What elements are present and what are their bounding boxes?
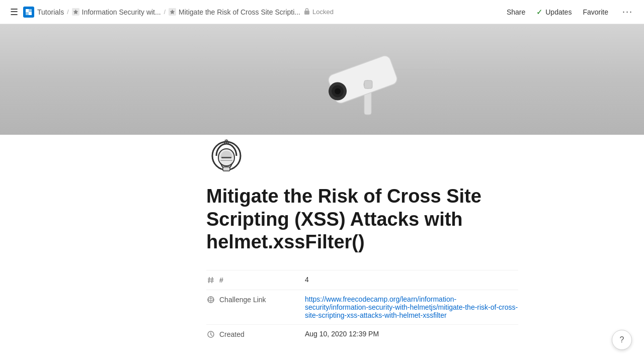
page-icon (206, 137, 247, 177)
share-button[interactable]: Share (504, 6, 528, 18)
updates-button[interactable]: ✓ Updates (536, 8, 572, 17)
svg-rect-2 (26, 12, 29, 15)
created-label: Created (219, 330, 245, 338)
page-title: Mitigate the Risk of Cross Site Scriptin… (206, 185, 518, 254)
topnav: ☰ Tutorials / Information Security wit..… (0, 0, 644, 24)
svg-rect-20 (223, 167, 230, 171)
svg-rect-0 (26, 9, 29, 12)
challenge-link-label: Challenge Link (219, 296, 266, 304)
page-content: Mitigate the Risk of Cross Site Scriptin… (0, 24, 644, 362)
meta-value-number: 4 (305, 276, 518, 284)
meta-label-link: Challenge Link (206, 295, 297, 304)
meta-row-link: Challenge Link https://www.freecodecamp.… (206, 290, 518, 324)
meta-label-number: # (206, 276, 297, 285)
current-page-icon (169, 8, 176, 16)
svg-rect-3 (29, 12, 32, 15)
meta-row-number: # 4 (206, 270, 518, 290)
info-security-page-icon (72, 8, 79, 16)
lock-badge: Locked (303, 8, 334, 16)
help-button[interactable]: ? (612, 330, 632, 350)
svg-rect-1 (29, 9, 32, 12)
meta-value-created: Aug 10, 2020 12:39 PM (305, 330, 518, 338)
svg-rect-16 (364, 80, 372, 88)
meta-label-created: Created (206, 330, 297, 339)
meta-row-created: Created Aug 10, 2020 12:39 PM (206, 324, 518, 344)
more-button[interactable]: ··· (619, 5, 636, 19)
breadcrumb-sep-2: / (164, 9, 166, 16)
favorite-button[interactable]: Favorite (580, 6, 611, 18)
breadcrumb-info-security[interactable]: Information Security wit... (72, 8, 161, 16)
number-label: # (219, 276, 223, 284)
hash-icon (206, 276, 215, 285)
breadcrumb-sep-1: / (67, 9, 68, 16)
camera-illustration (290, 39, 451, 135)
lock-icon (303, 8, 310, 16)
content-body: Mitigate the Risk of Cross Site Scriptin… (106, 135, 538, 362)
hero-image (0, 24, 644, 135)
svg-rect-19 (220, 160, 232, 161)
svg-rect-6 (304, 11, 309, 15)
hamburger-icon[interactable]: ☰ (8, 5, 20, 20)
challenge-link-url[interactable]: https://www.freecodecamp.org/learn/infor… (305, 295, 518, 319)
svg-line-22 (212, 277, 212, 283)
clock-icon (206, 330, 215, 339)
svg-line-21 (209, 277, 209, 283)
app-logo (23, 7, 34, 18)
breadcrumb-current[interactable]: Mitigate the Risk of Cross Site Scripti.… (169, 8, 300, 16)
topnav-left: ☰ Tutorials / Information Security wit..… (8, 5, 500, 20)
breadcrumb-tutorials[interactable]: Tutorials (37, 8, 64, 16)
meta-value-link[interactable]: https://www.freecodecamp.org/learn/infor… (305, 295, 518, 319)
link-icon (206, 295, 215, 304)
svg-rect-18 (221, 157, 231, 158)
meta-table: # 4 Challenge Link ht (206, 270, 518, 344)
checkmark-icon: ✓ (536, 8, 543, 17)
topnav-right: Share ✓ Updates Favorite ··· (504, 5, 636, 19)
breadcrumb: Tutorials / Information Security wit... … (37, 8, 334, 16)
